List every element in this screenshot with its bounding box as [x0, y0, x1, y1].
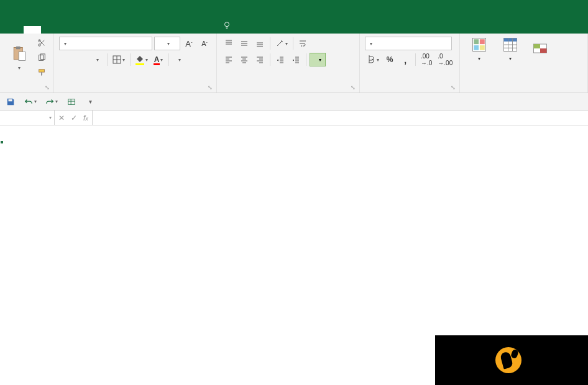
tab-template[interactable] [145, 26, 163, 34]
decrease-decimal-button[interactable]: .0→.00 [436, 53, 454, 66]
formula-bar-row: ✕ ✓ fx [0, 111, 588, 125]
number-format-select[interactable] [365, 37, 452, 50]
tab-formulas[interactable] [76, 26, 93, 34]
bold-button[interactable] [59, 53, 73, 66]
tell-me[interactable] [215, 17, 242, 34]
tab-home[interactable] [24, 26, 41, 34]
cut-button[interactable] [35, 36, 48, 50]
align-top-button[interactable] [222, 37, 236, 50]
increase-decimal-button[interactable]: .00→.0 [419, 53, 434, 66]
ribbon: ▾ ⤡ Aˆ Aˇ [0, 34, 588, 93]
align-top-icon [224, 39, 233, 48]
ribbon-tabs [0, 15, 588, 34]
tab-data[interactable] [93, 26, 111, 34]
dialog-launcher-icon[interactable]: ⤡ [208, 84, 213, 91]
align-bottom-button[interactable] [253, 37, 267, 50]
paste-button[interactable]: ▾ [5, 36, 34, 79]
save-button[interactable] [4, 95, 17, 109]
increase-font-button[interactable]: Aˆ [182, 37, 196, 50]
redo-icon [45, 97, 54, 106]
align-center-icon [240, 55, 249, 64]
align-left-button[interactable] [222, 53, 236, 66]
tab-help[interactable] [180, 26, 198, 34]
fill-color-button[interactable] [134, 53, 150, 66]
fill-handle[interactable] [0, 140, 4, 144]
paste-icon [11, 45, 28, 63]
align-left-icon [224, 55, 233, 64]
conditional-formatting-button[interactable]: ▾ [465, 36, 494, 61]
accounting-format-button[interactable] [365, 53, 381, 66]
italic-button[interactable] [75, 53, 88, 66]
font-name-input[interactable] [59, 37, 152, 50]
group-label-clipboard: ⤡ [5, 90, 48, 91]
dialog-launcher-icon[interactable]: ⤡ [451, 84, 456, 91]
bucket-icon [136, 55, 144, 64]
phonetic-button[interactable] [172, 53, 186, 66]
name-box[interactable] [0, 111, 55, 125]
table-small-icon [67, 97, 76, 106]
percent-button[interactable]: % [383, 53, 397, 66]
font-color-button[interactable]: A [152, 53, 165, 66]
tab-view[interactable] [128, 26, 145, 34]
merge-center-button[interactable]: ▾ [310, 53, 326, 66]
tab-review[interactable] [111, 26, 128, 34]
brush-icon [37, 68, 46, 77]
align-center-button[interactable] [237, 53, 251, 66]
decrease-font-button[interactable]: Aˇ [198, 37, 211, 50]
comma-button[interactable]: , [398, 53, 412, 66]
lightbulb-icon [223, 21, 231, 30]
borders-button[interactable] [111, 53, 127, 66]
outdent-icon [276, 55, 285, 64]
group-label-font: ⤡ [59, 90, 211, 91]
redo-button[interactable] [44, 95, 60, 109]
tab-insert[interactable] [41, 26, 58, 34]
watermark [435, 335, 588, 385]
wrap-icon [298, 39, 307, 48]
insert-function-button[interactable]: fx [83, 114, 88, 122]
align-middle-icon [240, 39, 249, 48]
font-size-input[interactable] [154, 37, 180, 50]
cancel-formula-button[interactable]: ✕ [58, 114, 65, 122]
dialog-launcher-icon[interactable]: ⤡ [45, 84, 50, 91]
svg-rect-15 [480, 45, 485, 50]
underline-button[interactable] [90, 53, 104, 66]
quick-access-toolbar: ▾ [0, 93, 588, 111]
group-label-alignment: ⤡ [222, 90, 354, 91]
tab-layout[interactable] [58, 26, 76, 34]
formula-bar[interactable] [93, 111, 588, 125]
align-right-icon [255, 55, 264, 64]
scissors-icon [37, 38, 46, 47]
orientation-button[interactable] [273, 37, 290, 50]
svg-rect-14 [474, 45, 479, 50]
undo-button[interactable] [22, 95, 39, 109]
group-font: Aˆ Aˇ A ⤡ [54, 34, 217, 93]
group-alignment: ▾ ⤡ [217, 34, 360, 93]
svg-rect-12 [474, 39, 479, 44]
group-label-styles [465, 90, 582, 91]
title-bar [0, 0, 588, 15]
copy-icon [37, 53, 46, 62]
align-right-button[interactable] [253, 53, 267, 66]
dialog-launcher-icon[interactable]: ⤡ [351, 84, 356, 91]
qat-customize-button[interactable]: ▾ [83, 95, 97, 109]
svg-rect-13 [480, 39, 485, 44]
wrap-text-button[interactable] [296, 37, 346, 50]
cell-style-icon [531, 40, 549, 57]
svg-point-0 [225, 22, 229, 27]
borders-icon [113, 55, 121, 64]
save-icon [6, 97, 15, 106]
undo-icon [24, 97, 33, 106]
copy-button[interactable] [35, 51, 48, 65]
tab-file[interactable] [6, 26, 24, 34]
format-painter-button[interactable] [35, 66, 48, 79]
align-middle-button[interactable] [237, 37, 251, 50]
qat-more-button[interactable] [65, 95, 78, 109]
enter-formula-button[interactable]: ✓ [71, 114, 77, 122]
tab-pdf[interactable] [198, 26, 215, 34]
decrease-indent-button[interactable] [273, 53, 287, 66]
tab-developer[interactable] [163, 26, 180, 34]
format-as-table-button[interactable]: ▾ [496, 36, 525, 61]
increase-indent-button[interactable] [289, 53, 303, 66]
svg-rect-21 [68, 99, 75, 104]
cell-styles-button[interactable] [527, 36, 553, 61]
